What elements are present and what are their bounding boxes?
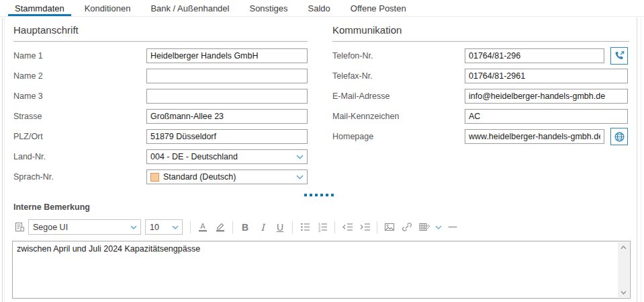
font-size-select[interactable]: 10 — [145, 219, 183, 235]
font-color-button[interactable]: A — [195, 219, 211, 235]
chevron-down-icon — [296, 175, 304, 180]
open-homepage-button[interactable] — [610, 128, 628, 145]
scroll-up-button[interactable] — [618, 242, 629, 252]
homepage-input[interactable] — [465, 129, 604, 144]
insert-table-icon — [418, 221, 431, 233]
label-name2: Name 2 — [13, 71, 43, 81]
horizontal-line-icon — [447, 221, 458, 233]
chevron-up-icon — [620, 246, 627, 250]
email-input[interactable] — [465, 89, 628, 104]
label-plz-ort: PLZ/Ort — [13, 132, 43, 141]
section-title-interne-bemerkung: Interne Bemerkung — [13, 202, 90, 212]
outdent-button[interactable] — [339, 219, 355, 235]
label-land-nr: Land-Nr. — [13, 152, 46, 161]
label-name3: Name 3 — [13, 91, 43, 101]
underline-button[interactable]: U — [272, 219, 288, 235]
insert-table-button[interactable] — [416, 219, 432, 235]
svg-text:A: A — [200, 222, 205, 230]
section-title-kommunikation: Kommunikation — [332, 24, 629, 42]
insert-field-button[interactable] — [11, 219, 28, 235]
vertical-scrollbar[interactable] — [618, 242, 629, 297]
outdent-icon — [341, 221, 354, 233]
label-mail-kennzeichen: Mail-Kennzeichen — [332, 112, 399, 121]
insert-field-icon — [14, 221, 26, 233]
insert-image-button[interactable] — [381, 219, 398, 235]
indent-icon — [359, 221, 371, 233]
panel-border-right-inner — [641, 17, 641, 302]
svg-text:3: 3 — [318, 229, 320, 233]
horizontal-line-button[interactable] — [445, 219, 461, 235]
chevron-down-icon — [172, 225, 179, 229]
tab-bar: Stammdaten Konditionen Bank / Außenhande… — [0, 0, 644, 17]
font-family-value: Segoe UI — [33, 223, 68, 232]
name3-input[interactable] — [146, 89, 308, 104]
land-nr-value: 004 - DE - Deutschland — [150, 152, 238, 161]
underline-icon: U — [277, 223, 283, 232]
language-color-swatch — [150, 173, 159, 182]
tab-konditionen[interactable]: Konditionen — [78, 0, 138, 16]
insert-link-button[interactable] — [399, 219, 415, 235]
font-size-value: 10 — [150, 223, 159, 232]
font-color-icon: A — [197, 221, 208, 233]
highlight-color-button[interactable] — [212, 219, 228, 235]
land-nr-select[interactable]: 004 - DE - Deutschland — [146, 149, 308, 164]
toolbar-separator — [190, 221, 191, 233]
telefax-input[interactable] — [465, 69, 628, 83]
panel-border-left-inner — [4, 17, 5, 302]
indent-button[interactable] — [357, 219, 373, 235]
dial-phone-button[interactable] — [610, 47, 628, 65]
remark-editor[interactable]: zwischen April und Juli 2024 Kapazitätse… — [12, 241, 631, 299]
strasse-input[interactable] — [146, 109, 308, 124]
tab-sonstiges[interactable]: Sonstiges — [242, 0, 294, 16]
label-telefax: Telefax-Nr. — [332, 71, 373, 81]
tab-saldo[interactable]: Saldo — [302, 0, 337, 16]
tab-offene-posten[interactable]: Offene Posten — [344, 0, 413, 16]
insert-link-icon — [401, 221, 413, 233]
toolbar-separator — [334, 221, 335, 233]
toolbar-separator — [292, 221, 293, 233]
label-name1: Name 1 — [13, 51, 43, 61]
tab-bank-aussenhandel[interactable]: Bank / Außenhandel — [144, 0, 236, 16]
panel-border-right — [637, 17, 637, 302]
toolbar-separator — [232, 221, 233, 233]
globe-icon — [614, 131, 625, 143]
sprach-nr-value: Standard (Deutsch) — [163, 172, 236, 182]
phone-dial-icon — [614, 50, 625, 62]
bold-button[interactable]: B — [237, 219, 253, 235]
insert-image-icon — [383, 221, 396, 233]
label-email: E-Mail-Adresse — [332, 91, 389, 101]
label-strasse: Strasse — [13, 112, 42, 121]
highlight-color-icon — [215, 221, 226, 233]
font-family-select[interactable]: Segoe UI — [28, 219, 141, 235]
bold-icon: B — [242, 223, 248, 232]
bullet-list-icon — [300, 221, 311, 233]
italic-button[interactable]: I — [255, 219, 271, 235]
remark-text: zwischen April und Juli 2024 Kapazitätse… — [17, 244, 612, 254]
label-homepage: Homepage — [332, 132, 373, 141]
telefon-input[interactable] — [465, 48, 604, 63]
chevron-down-icon — [435, 225, 442, 229]
italic-icon: I — [261, 223, 265, 232]
table-menu-button[interactable] — [434, 219, 443, 235]
tab-stammdaten[interactable]: Stammdaten — [8, 0, 71, 16]
mail-kennzeichen-input[interactable] — [465, 109, 628, 124]
chevron-down-icon — [296, 155, 304, 159]
numbered-list-icon: 1 2 3 — [317, 221, 328, 233]
bullet-list-button[interactable] — [297, 219, 313, 235]
toolbar-separator — [377, 221, 377, 233]
section-title-hauptanschrift: Hauptanschrift — [13, 24, 308, 42]
splitter-handle[interactable] — [304, 194, 334, 196]
richtext-toolbar: Segoe UI 10 A B I U 1 2 3 — [11, 218, 461, 236]
label-sprach-nr: Sprach-Nr. — [13, 172, 54, 182]
name1-input[interactable] — [146, 48, 308, 63]
label-telefon: Telefon-Nr. — [332, 51, 373, 61]
chevron-down-icon — [130, 225, 137, 229]
sprach-nr-select[interactable]: Standard (Deutsch) — [146, 169, 308, 184]
numbered-list-button[interactable]: 1 2 3 — [314, 219, 330, 235]
name2-input[interactable] — [146, 69, 308, 83]
chevron-down-icon — [620, 291, 627, 295]
plz-ort-input[interactable] — [146, 129, 308, 144]
scroll-down-button[interactable] — [618, 287, 629, 297]
panel-border-left — [2, 17, 3, 302]
